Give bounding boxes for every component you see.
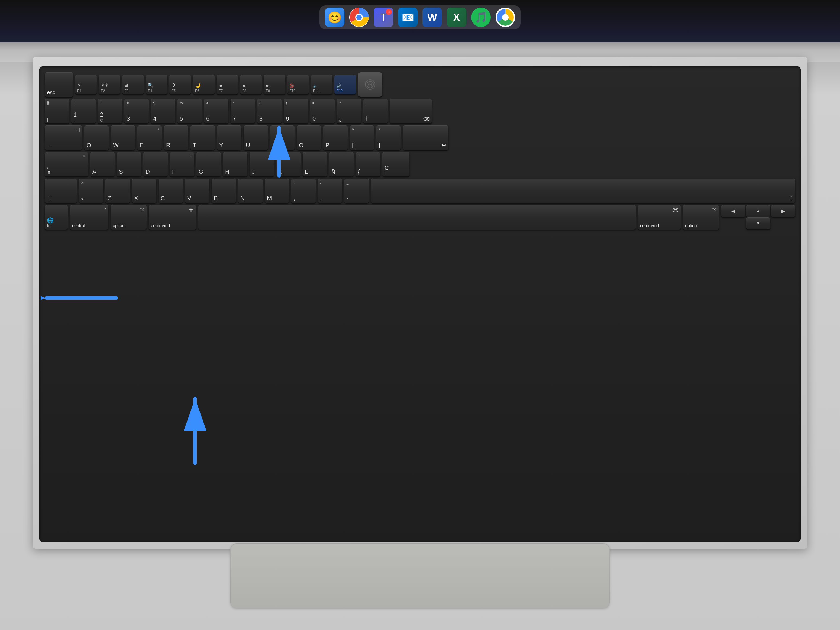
key-r[interactable]: R bbox=[164, 125, 188, 150]
key-t[interactable]: T bbox=[191, 125, 215, 150]
key-7[interactable]: / 7 bbox=[231, 99, 255, 123]
key-0[interactable]: = 0 bbox=[310, 99, 335, 123]
svg-point-8 bbox=[369, 84, 371, 85]
dock-icon-outlook[interactable]: 📧 bbox=[398, 8, 418, 27]
dock-icon-finder[interactable]: 😊 bbox=[325, 8, 344, 27]
key-u[interactable]: U bbox=[243, 125, 268, 150]
key-s[interactable]: S bbox=[117, 152, 141, 177]
dock-icon-word[interactable]: W bbox=[422, 8, 442, 27]
key-esc[interactable]: esc bbox=[45, 73, 73, 97]
key-arrow-left[interactable]: ◀ bbox=[721, 205, 745, 217]
key-f4[interactable]: 🔍 F4 bbox=[146, 75, 167, 94]
dock-icon-chrome[interactable] bbox=[349, 8, 369, 27]
key-f11[interactable]: 🔉 F11 bbox=[311, 75, 333, 94]
key-c[interactable]: C bbox=[158, 178, 183, 203]
key-v[interactable]: V bbox=[185, 178, 210, 203]
key-option-right[interactable]: ⌥ option bbox=[683, 205, 719, 229]
key-arrow-down[interactable]: ▼ bbox=[746, 217, 771, 229]
key-option-left[interactable]: ⌥ option bbox=[111, 205, 147, 229]
dock-icon-spotify[interactable]: 🎵 bbox=[471, 8, 491, 27]
key-slash[interactable]: _ - bbox=[344, 178, 369, 203]
trackpad[interactable] bbox=[231, 543, 609, 608]
number-row: § | ! 1 | " 2 @ # 3 $ bbox=[45, 99, 795, 123]
key-4[interactable]: $ 4 bbox=[151, 99, 175, 123]
key-arrow-up[interactable]: ▲ bbox=[746, 205, 771, 217]
key-caps-lock[interactable]: • ⇪ bbox=[45, 152, 88, 177]
shift-row: ⇧ > < Z X C V B bbox=[45, 178, 795, 203]
key-backslash[interactable]: Ç } bbox=[382, 152, 409, 177]
key-spacebar[interactable] bbox=[198, 205, 636, 229]
key-d[interactable]: D bbox=[143, 152, 168, 177]
key-b[interactable]: B bbox=[212, 178, 236, 203]
key-9[interactable]: ) 9 bbox=[284, 99, 308, 123]
key-n[interactable]: N bbox=[238, 178, 262, 203]
key-shift-right[interactable]: ⇧ bbox=[371, 178, 795, 203]
key-equals[interactable]: ¡ i bbox=[363, 99, 388, 123]
key-x[interactable]: X bbox=[132, 178, 156, 203]
key-control[interactable]: ^ control bbox=[70, 205, 108, 229]
tab-row: →| → Q W € E R T bbox=[45, 125, 795, 150]
key-o[interactable]: O bbox=[297, 125, 321, 150]
key-w[interactable]: W bbox=[111, 125, 135, 150]
key-fn[interactable]: 🌐 fn bbox=[45, 205, 68, 229]
key-j[interactable]: — J bbox=[249, 152, 274, 177]
arrow-cluster: ◀ ▲ ▼ ▶ bbox=[721, 205, 795, 229]
dock-icon-photos[interactable] bbox=[496, 8, 515, 27]
keyboard-surround: esc ☀ F1 ☀☀ F2 ⊞ F3 🔍 F4 bbox=[33, 57, 807, 549]
fn-row: esc ☀ F1 ☀☀ F2 ⊞ F3 🔍 F4 bbox=[45, 73, 795, 97]
key-f6[interactable]: 🌙 F6 bbox=[193, 75, 215, 94]
key-5[interactable]: % 5 bbox=[177, 99, 202, 123]
key-backtick[interactable]: § | bbox=[45, 99, 69, 123]
key-shift-left[interactable]: ⇧ bbox=[45, 178, 77, 203]
key-touch-id[interactable] bbox=[358, 73, 382, 97]
key-quote[interactable]: ¨ { bbox=[356, 152, 380, 177]
key-6[interactable]: & 6 bbox=[204, 99, 229, 123]
key-arrow-right[interactable]: ▶ bbox=[771, 205, 795, 217]
key-3[interactable]: # 3 bbox=[125, 99, 149, 123]
dock-icon-teams[interactable]: T 3 bbox=[374, 8, 393, 27]
key-f7[interactable]: ⏮ F7 bbox=[216, 75, 238, 94]
key-bracket-right[interactable]: * ] bbox=[376, 125, 401, 150]
key-h[interactable]: H bbox=[223, 152, 247, 177]
key-f8[interactable]: ⏯ F8 bbox=[240, 75, 262, 94]
key-command-right[interactable]: ⌘ command bbox=[638, 205, 681, 229]
key-l[interactable]: L bbox=[303, 152, 327, 177]
key-f5[interactable]: 🎙 F5 bbox=[169, 75, 191, 94]
key-a[interactable]: A bbox=[90, 152, 115, 177]
key-comma[interactable]: ; , bbox=[291, 178, 316, 203]
key-p[interactable]: P bbox=[323, 125, 347, 150]
key-tab[interactable]: →| → bbox=[45, 125, 82, 150]
key-q[interactable]: Q bbox=[84, 125, 109, 150]
key-f[interactable]: ≡ F bbox=[170, 152, 194, 177]
key-bracket-left[interactable]: ^ [ bbox=[350, 125, 374, 150]
key-k[interactable]: K bbox=[276, 152, 300, 177]
dock-icon-excel[interactable]: X bbox=[447, 8, 466, 27]
key-backspace[interactable]: ⌫ bbox=[390, 99, 432, 123]
svg-point-4 bbox=[502, 14, 508, 21]
key-return[interactable]: ↩ bbox=[403, 125, 448, 150]
key-period[interactable]: : . bbox=[318, 178, 342, 203]
key-command-left[interactable]: ⌘ command bbox=[149, 205, 196, 229]
macbook-body: 😊 T 3 📧 bbox=[0, 0, 840, 630]
key-8[interactable]: ( 8 bbox=[257, 99, 281, 123]
key-f1[interactable]: ☀ F1 bbox=[75, 75, 97, 94]
key-y[interactable]: Y bbox=[217, 125, 242, 150]
key-i[interactable]: I bbox=[270, 125, 295, 150]
key-f12[interactable]: 🔊 F12 bbox=[335, 75, 356, 94]
key-f2[interactable]: ☀☀ F2 bbox=[99, 75, 120, 94]
key-minus[interactable]: ? ¿ bbox=[337, 99, 361, 123]
key-g[interactable]: G bbox=[196, 152, 221, 177]
key-less-greater[interactable]: > < bbox=[79, 178, 103, 203]
svg-point-2 bbox=[356, 15, 362, 20]
key-z[interactable]: Z bbox=[106, 178, 130, 203]
key-f9[interactable]: ⏭ F9 bbox=[264, 75, 285, 94]
key-f10[interactable]: 🔇 F10 bbox=[287, 75, 309, 94]
key-semicolon[interactable]: Ñ bbox=[329, 152, 354, 177]
key-e[interactable]: € E bbox=[137, 125, 162, 150]
key-2[interactable]: " 2 @ bbox=[98, 99, 122, 123]
key-1[interactable]: ! 1 | bbox=[71, 99, 96, 123]
keyboard-inner: esc ☀ F1 ☀☀ F2 ⊞ F3 🔍 F4 bbox=[39, 66, 801, 542]
key-m[interactable]: M bbox=[265, 178, 289, 203]
caps-row: • ⇪ A S D ≡ F G bbox=[45, 152, 795, 177]
key-f3[interactable]: ⊞ F3 bbox=[122, 75, 144, 94]
